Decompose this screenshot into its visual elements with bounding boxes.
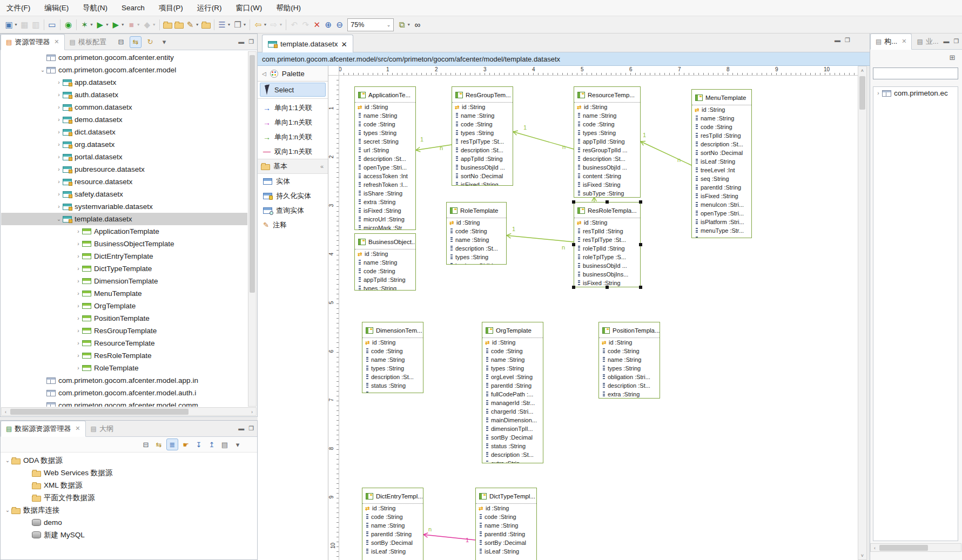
entity-field[interactable]: isFixed :String — [692, 192, 751, 200]
tree-item-com.primeton.ec[interactable]: ›com.primeton.ec — [873, 87, 958, 99]
entity-field[interactable]: isFixed :String — [574, 180, 640, 189]
scroll-up-icon[interactable]: ˄ — [858, 66, 866, 75]
entity-field[interactable]: name :String — [482, 355, 543, 364]
selection-handle[interactable] — [639, 200, 642, 204]
expand-arrow-icon[interactable]: › — [75, 365, 82, 371]
maximize-icon[interactable]: ❐ — [248, 425, 254, 432]
entity-field[interactable]: businessObjId ... — [574, 261, 640, 270]
entity-field[interactable]: sortNo :Decimal — [692, 149, 751, 157]
entity-field[interactable]: ⇄id :String — [574, 103, 640, 111]
entity-field[interactable]: fullCodePath :... — [482, 390, 543, 399]
view-menu-icon[interactable]: ▾ — [159, 37, 170, 48]
tree-item-DictTypeTemplate[interactable]: ›DictTypeTemplate — [1, 262, 247, 275]
expand-arrow-icon[interactable]: › — [75, 278, 82, 284]
tree-item-dict.datasetx[interactable]: ›dict.datasetx — [1, 126, 247, 138]
relation-dicttype-to-dictentry[interactable]: n1 — [423, 526, 475, 543]
expand-arrow-icon[interactable]: › — [55, 141, 63, 147]
maximize-icon[interactable]: ❐ — [954, 38, 959, 45]
close-icon[interactable]: ✕ — [902, 38, 906, 45]
link-with-editor-icon[interactable]: ⇆ — [130, 36, 142, 48]
entity-field[interactable]: sortBy :Decimal — [476, 538, 536, 547]
tree-item-portal.datasetx[interactable]: ›portal.datasetx — [1, 151, 247, 163]
entity-field[interactable]: name :String — [476, 521, 536, 530]
expand-arrow-icon[interactable]: › — [55, 104, 63, 110]
selection-handle[interactable] — [606, 200, 609, 204]
palette-item-entity-tool[interactable]: 实体 — [258, 174, 328, 188]
entity-PositionTemplate[interactable]: PositionTempla...⇄id :Stringcode :String… — [598, 322, 660, 399]
palette-header[interactable]: ◁ Palette — [258, 66, 328, 82]
entity-field[interactable]: resTplId :String — [574, 227, 640, 235]
entity-field[interactable]: code :String — [692, 123, 751, 131]
entity-field[interactable]: businessObjIns... — [574, 270, 640, 279]
tree-item-OrgTemplate[interactable]: ›OrgTemplate — [1, 300, 247, 312]
entity-field[interactable]: code :String — [355, 120, 415, 129]
entity-field[interactable]: description :St... — [362, 373, 423, 381]
skip-icon[interactable]: ◆▼ — [142, 18, 157, 31]
editor-tab-template-datasetx[interactable]: template.datasetx ✕ — [262, 35, 353, 53]
close-icon[interactable]: ✕ — [54, 38, 59, 45]
export-icon[interactable]: ↥ — [206, 439, 217, 450]
refresh-icon[interactable]: ↻ — [145, 37, 156, 48]
entity-field[interactable]: description :St... — [482, 450, 543, 459]
palette-item-relation-1ton-unidirectional-magenta[interactable]: →单向1:n关联 — [258, 115, 328, 130]
entity-field[interactable]: description :St... — [355, 154, 415, 163]
collapse-all-icon[interactable]: ⊟ — [140, 439, 151, 450]
entity-field[interactable]: name :String — [362, 355, 423, 364]
entity-field[interactable]: mainDimension... — [482, 416, 543, 424]
entity-field[interactable]: extra :Strin — [482, 459, 543, 463]
tree-item-XML 数据源[interactable]: XML 数据源 — [1, 479, 257, 491]
entity-field[interactable]: ⇄id :String — [362, 504, 423, 512]
console-icon[interactable]: ▭ — [46, 18, 58, 31]
entity-field[interactable]: microUrl :String — [355, 215, 415, 224]
entity-field[interactable]: sortBy :Decimal — [362, 538, 423, 547]
dropdown-arrow-icon[interactable]: ▼ — [105, 23, 109, 26]
entity-field[interactable]: isLeaf :String — [362, 547, 423, 556]
entity-field[interactable]: description :St... — [574, 154, 640, 163]
entity-field[interactable] — [362, 390, 423, 393]
tree-mode-icon[interactable]: ≣ — [166, 438, 178, 450]
entity-DictEntryTemplate[interactable]: DictEntryTempl...⇄id :Stringcode :String… — [362, 488, 423, 560]
menu-文件(F)[interactable]: 文件(F) — [6, 3, 30, 13]
entity-field[interactable]: extra :String — [599, 390, 660, 399]
entity-field[interactable]: types :String — [482, 364, 543, 373]
dropdown-arrow-icon[interactable]: ▼ — [152, 23, 156, 26]
entity-field[interactable]: openType :Stri... — [692, 209, 751, 218]
expand-arrow-icon[interactable]: › — [55, 191, 63, 197]
entity-field[interactable]: seq :String — [692, 174, 751, 183]
menu-窗口(W)[interactable]: 窗口(W) — [236, 3, 263, 13]
expand-arrow-icon[interactable]: › — [55, 117, 63, 123]
scroll-left-icon[interactable]: ‹ — [871, 544, 879, 552]
entity-field[interactable]: name :String — [355, 111, 415, 120]
zoom-level-combo[interactable]: 75%⌄ — [347, 18, 394, 31]
dropdown-arrow-icon[interactable]: ▼ — [137, 23, 140, 26]
scroll-left-icon[interactable]: ‹ — [2, 408, 10, 416]
entity-field[interactable]: orgLevel :String — [482, 373, 543, 381]
entity-field[interactable]: extra :String — [355, 198, 415, 206]
collapse-palette-icon[interactable]: ◁ — [262, 71, 266, 77]
palette-group-basic[interactable]: 基本 « — [258, 159, 328, 174]
entity-field[interactable]: isShare :String — [355, 189, 415, 198]
tree-item-app.datasetx[interactable]: ›app.datasetx — [1, 76, 247, 89]
entity-field[interactable]: sortBy :Decimal — [482, 433, 543, 442]
entity-field[interactable]: types :String — [452, 129, 513, 137]
import-icon[interactable]: ↧ — [193, 439, 204, 450]
search-input[interactable] — [873, 68, 958, 79]
tree-item-safety.datasetx[interactable]: ›safety.datasetx — [1, 188, 247, 200]
entity-field[interactable]: roleTplType :S... — [574, 253, 640, 261]
tree-item-org.datasetx[interactable]: ›org.datasetx — [1, 138, 247, 151]
entity-field[interactable]: name :String — [355, 258, 415, 267]
dropdown-arrow-icon[interactable]: ▼ — [263, 23, 267, 26]
folder-icon[interactable] — [173, 18, 185, 31]
minimize-icon[interactable]: ▬ — [238, 425, 244, 432]
scroll-right-icon[interactable]: › — [248, 408, 256, 416]
selection-handle[interactable] — [639, 243, 642, 246]
expand-arrow-icon[interactable]: › — [75, 266, 82, 272]
entity-field[interactable]: isFixed :String — [452, 180, 513, 186]
view-menu-icon[interactable]: ▾ — [232, 439, 243, 450]
editor-vscrollbar[interactable]: ˄ ˅ — [858, 66, 867, 560]
close-icon[interactable]: ✕ — [75, 425, 80, 432]
entity-field[interactable]: ⇄id :String — [452, 103, 513, 111]
entity-field[interactable]: isFixed :String — [355, 206, 415, 215]
expand-arrow-icon[interactable]: › — [55, 204, 63, 210]
tree-item-pubresource.datasetx[interactable]: ›pubresource.datasetx — [1, 163, 247, 176]
